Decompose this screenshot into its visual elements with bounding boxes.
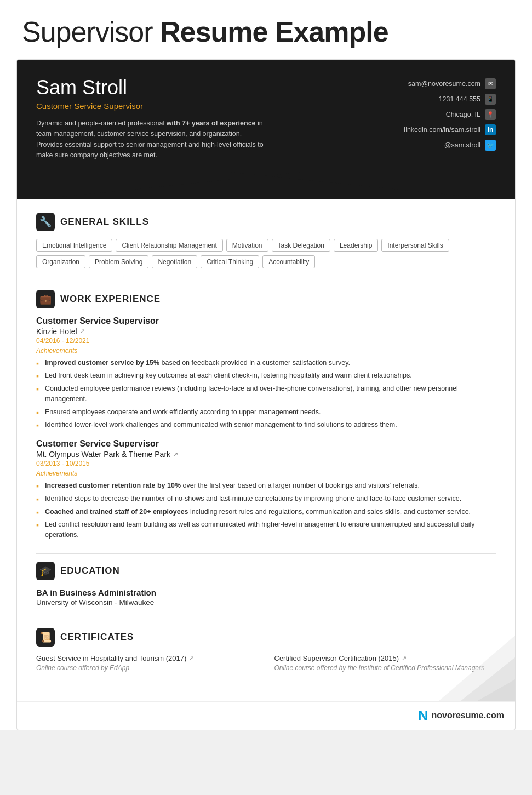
twitter-icon: 🐦: [485, 140, 496, 151]
certificates-icon: 📜: [36, 628, 55, 647]
achievements-label-1: Achievements: [36, 347, 496, 354]
bullet-item: Led conflict resolution and team buildin…: [36, 519, 496, 540]
candidate-title: Customer Service Supervisor: [36, 101, 375, 111]
cert-provider-1: Online course offered by EdApp: [36, 664, 258, 672]
skill-tag: Negotiation: [152, 255, 197, 268]
skill-tag: Leadership: [334, 239, 378, 252]
job-entry-2: Customer Service Supervisor Mt. Olympus …: [36, 439, 496, 540]
bullet-item: Identified lower-level work challenges a…: [36, 420, 496, 430]
skill-tag: Interpersonal Skills: [381, 239, 449, 252]
bullet-item: Ensured employees cooperate and work eff…: [36, 407, 496, 417]
header-contacts: sam@novoresume.com ✉ 1231 444 555 📱 Chic…: [375, 76, 496, 161]
resume-header: Sam Stroll Customer Service Supervisor D…: [17, 60, 515, 199]
work-icon: 💼: [36, 290, 55, 308]
brand-n-letter: N: [418, 707, 428, 724]
brand-logo[interactable]: N novoresume.com: [418, 707, 504, 724]
job-bullets-2: Increased customer retention rate by 10%…: [36, 481, 496, 540]
skill-tag: Organization: [36, 255, 85, 268]
bullet-item: Increased customer retention rate by 10%…: [36, 481, 496, 491]
location-icon: 📍: [485, 109, 496, 120]
bullet-item: Identified steps to decrease the number …: [36, 494, 496, 504]
education-icon: 🎓: [36, 562, 55, 580]
resume-body: 🔧 GENERAL SKILLS Emotional Intelligence …: [17, 199, 515, 701]
skill-tag: Client Relationship Management: [116, 239, 222, 252]
linkedin-text: linkedin.com/in/sam.stroll: [404, 126, 480, 134]
cert-name-1: Guest Service in Hospitality and Tourism…: [36, 654, 258, 662]
certs-grid: Guest Service in Hospitality and Tourism…: [36, 654, 496, 672]
cert-name-2: Certified Supervisor Certification (2015…: [274, 654, 496, 662]
job-entry-1: Customer Service Supervisor Kinzie Hotel…: [36, 316, 496, 431]
bullet-item: Coached and trained staff of 20+ employe…: [36, 507, 496, 517]
title-bold: Resume Example: [160, 16, 388, 48]
skill-tag: Accountability: [262, 255, 315, 268]
education-section-header: 🎓 EDUCATION: [36, 562, 496, 580]
page-title: Supervisor Resume Example: [0, 0, 532, 59]
certificates-section-header: 📜 CERTIFICATES: [36, 628, 496, 647]
brand-name: novoresume.com: [432, 711, 504, 720]
header-left: Sam Stroll Customer Service Supervisor D…: [36, 76, 375, 161]
email-text: sam@novoresume.com: [408, 80, 480, 88]
divider: [36, 282, 496, 282]
education-section: 🎓 EDUCATION BA in Business Administratio…: [36, 562, 496, 607]
location-text: Chicago, IL: [446, 111, 480, 118]
candidate-name: Sam Stroll: [36, 76, 375, 99]
page-wrapper: Supervisor Resume Example Sam Stroll Cus…: [0, 0, 532, 730]
contact-email: sam@novoresume.com ✉: [408, 78, 496, 89]
education-section-title: EDUCATION: [60, 565, 120, 576]
linkedin-icon: in: [485, 124, 496, 135]
resume-body-wrapper: 🔧 GENERAL SKILLS Emotional Intelligence …: [17, 199, 515, 701]
cert-item-1: Guest Service in Hospitality and Tourism…: [36, 654, 258, 672]
email-icon: ✉: [485, 78, 496, 89]
job-company-1: Kinzie Hotel ↗: [36, 327, 496, 336]
job-title-2: Customer Service Supervisor: [36, 439, 496, 449]
bullet-item: Led front desk team in achieving key out…: [36, 370, 496, 381]
skill-tag: Emotional Intelligence: [36, 239, 112, 252]
ext-link-icon-2[interactable]: ↗: [173, 451, 178, 458]
contact-twitter[interactable]: @sam.stroll 🐦: [444, 140, 496, 151]
job-company-2: Mt. Olympus Water Park & Theme Park ↗: [36, 450, 496, 459]
edu-school: University of Wisconsin - Milwaukee: [36, 598, 496, 607]
achievements-label-2: Achievements: [36, 470, 496, 477]
work-section: 💼 WORK EXPERIENCE Customer Service Super…: [36, 290, 496, 540]
work-section-header: 💼 WORK EXPERIENCE: [36, 290, 496, 308]
cert-link-icon-2[interactable]: ↗: [402, 655, 407, 662]
contact-phone: 1231 444 555 📱: [439, 94, 496, 105]
phone-icon: 📱: [485, 94, 496, 105]
ext-link-icon-1[interactable]: ↗: [80, 328, 85, 335]
contact-linkedin[interactable]: linkedin.com/in/sam.stroll in: [404, 124, 496, 135]
job-dates-1: 04/2016 - 12/2021: [36, 337, 496, 345]
skills-grid: Emotional Intelligence Client Relationsh…: [36, 239, 496, 268]
cert-link-icon-1[interactable]: ↗: [189, 655, 194, 662]
phone-text: 1231 444 555: [439, 95, 480, 103]
job-dates-2: 03/2013 - 10/2015: [36, 460, 496, 467]
divider-3: [36, 620, 496, 620]
skill-tag: Task Delegation: [272, 239, 330, 252]
resume-footer: N novoresume.com: [17, 701, 515, 730]
twitter-text: @sam.stroll: [444, 141, 480, 149]
skill-tag: Critical Thinking: [201, 255, 259, 268]
edu-degree: BA in Business Administration: [36, 588, 496, 597]
certificates-section-title: CERTIFICATES: [60, 632, 134, 643]
cert-item-2: Certified Supervisor Certification (2015…: [274, 654, 496, 672]
title-light: Supervisor: [22, 16, 160, 48]
bullet-item: Conducted employee performance reviews (…: [36, 384, 496, 404]
skills-section: 🔧 GENERAL SKILLS Emotional Intelligence …: [36, 213, 496, 268]
job-title-1: Customer Service Supervisor: [36, 316, 496, 326]
candidate-summary: Dynamic and people-oriented professional…: [36, 118, 266, 161]
cert-provider-2: Online course offered by the Institute o…: [274, 664, 496, 672]
certificates-section: 📜 CERTIFICATES Guest Service in Hospital…: [36, 628, 496, 672]
skills-section-header: 🔧 GENERAL SKILLS: [36, 213, 496, 231]
skill-tag: Motivation: [226, 239, 268, 252]
resume-card: Sam Stroll Customer Service Supervisor D…: [16, 59, 516, 730]
work-section-title: WORK EXPERIENCE: [60, 294, 161, 305]
skill-tag: Problem Solving: [89, 255, 148, 268]
divider-2: [36, 553, 496, 554]
contact-location: Chicago, IL 📍: [446, 109, 496, 120]
bullet-item: Improved customer service by 15% based o…: [36, 358, 496, 368]
header-triangle-decoration: [36, 172, 496, 199]
job-bullets-1: Improved customer service by 15% based o…: [36, 358, 496, 431]
skills-icon: 🔧: [36, 213, 55, 231]
skills-section-title: GENERAL SKILLS: [60, 216, 149, 227]
